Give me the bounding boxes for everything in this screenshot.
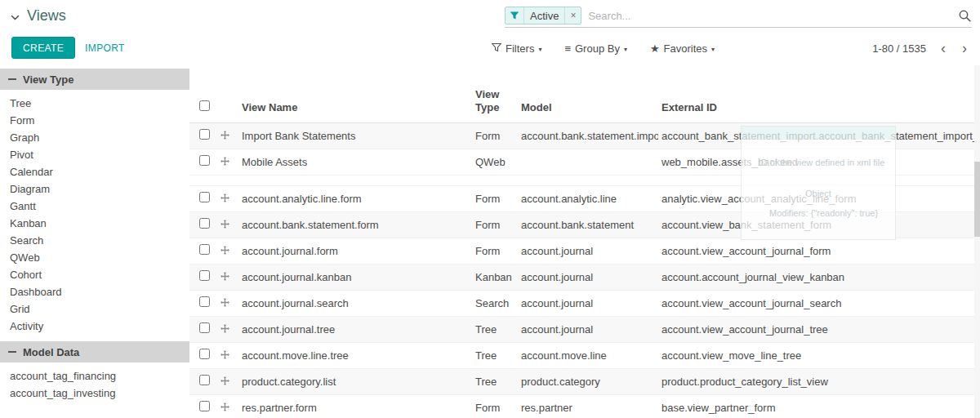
row-select-cell[interactable] (189, 291, 217, 317)
row-select-cell[interactable] (189, 265, 217, 291)
row-drag-cell[interactable] (217, 149, 238, 176)
row-select-cell[interactable] (189, 369, 217, 395)
row-checkbox[interactable] (199, 129, 210, 140)
row-checkbox[interactable] (199, 401, 210, 411)
drag-handle-icon[interactable] (220, 220, 229, 229)
vertical-scrollbar[interactable] (974, 65, 980, 418)
row-drag-cell[interactable] (217, 317, 238, 343)
table-row[interactable]: account.analytic.line.formFormaccount.an… (189, 186, 980, 212)
filters-dropdown[interactable]: Filters ▾ (492, 42, 541, 55)
search-bar[interactable]: Active × (505, 6, 972, 28)
table-row[interactable]: account.journal.searchSearchaccount.jour… (189, 291, 980, 317)
drag-handle-icon[interactable] (220, 193, 229, 202)
table-row[interactable]: product.category.listTreeproduct.categor… (189, 369, 980, 395)
row-select-cell[interactable] (189, 343, 217, 369)
row-checkbox[interactable] (199, 296, 210, 307)
row-select-cell[interactable] (189, 186, 217, 212)
sidebar-item[interactable]: Graph (0, 129, 189, 146)
sidebar-item[interactable]: Gantt (0, 198, 189, 215)
sidebar-item[interactable]: Dashboard (0, 283, 189, 300)
row-checkbox[interactable] (199, 218, 210, 229)
drag-handle-icon[interactable] (220, 272, 229, 281)
search-icon[interactable] (958, 9, 972, 23)
row-select-cell[interactable] (189, 395, 217, 418)
column-header-external-id[interactable]: External ID (658, 65, 980, 123)
pager-value[interactable]: 1-80 / 1535 (872, 42, 926, 55)
row-select-cell[interactable] (189, 123, 217, 149)
row-drag-cell[interactable] (217, 123, 238, 149)
row-checkbox[interactable] (199, 244, 210, 255)
column-header-view-type[interactable]: View Type (472, 65, 518, 123)
row-select-cell[interactable] (189, 212, 217, 238)
row-checkbox[interactable] (199, 322, 210, 333)
drag-handle-icon[interactable] (220, 402, 229, 411)
pager-next-button[interactable]: › (960, 41, 969, 56)
row-select-cell[interactable] (189, 149, 217, 176)
sidebar-item[interactable]: Diagram (0, 180, 189, 198)
sidebar-item[interactable]: account_tag_investing (0, 385, 189, 402)
table-row[interactable]: res.partner.formFormres.partnerbase.view… (189, 395, 980, 418)
table-row[interactable]: account.journal.kanbanKanbanaccount.jour… (189, 265, 980, 291)
drag-handle-icon[interactable] (220, 376, 229, 385)
page-title: Views (27, 7, 66, 24)
table-row[interactable]: account.journal.treeTreeaccount.journala… (189, 317, 980, 343)
sidebar-item[interactable]: Kanban (0, 215, 189, 232)
scrollbar-thumb[interactable] (974, 162, 980, 237)
row-drag-cell[interactable] (217, 265, 238, 291)
sidebar-item[interactable]: Form (0, 112, 189, 129)
row-external-id: product.product_category_list_view (658, 369, 980, 395)
row-drag-cell[interactable] (217, 343, 238, 369)
sidebar-item[interactable]: Activity (0, 318, 189, 335)
sidebar-section-header[interactable]: View Type (0, 69, 189, 90)
breadcrumb-toggle-icon[interactable] (10, 12, 20, 23)
table-row[interactable]: account.bank.statement.formFormaccount.b… (189, 212, 980, 238)
drag-handle-icon[interactable] (220, 246, 229, 255)
sidebar-item[interactable]: Pivot (0, 146, 189, 163)
group-by-dropdown[interactable]: ≡ Group By ▾ (564, 42, 627, 55)
facet-remove-icon[interactable]: × (564, 7, 581, 24)
sidebar-item[interactable]: account_tag_financing (0, 367, 189, 385)
sidebar-item[interactable]: Calendar (0, 163, 189, 180)
row-drag-cell[interactable] (217, 369, 238, 395)
row-drag-cell[interactable] (217, 212, 238, 238)
drag-handle-icon[interactable] (220, 350, 229, 359)
table-row[interactable]: Import Bank StatementsFormaccount.bank.s… (189, 123, 980, 149)
column-header-view-name[interactable]: View Name (238, 65, 472, 123)
row-drag-cell[interactable] (217, 291, 238, 317)
sidebar-item[interactable]: Search (0, 232, 189, 249)
row-checkbox[interactable] (199, 155, 210, 166)
filter-facet-icon (506, 7, 524, 24)
create-button[interactable]: CREATE (11, 37, 75, 59)
row-view-name: account.journal.search (238, 291, 472, 317)
select-all-checkbox[interactable] (199, 100, 210, 111)
row-select-cell[interactable] (189, 238, 217, 265)
drag-handle-icon[interactable] (220, 157, 229, 166)
row-checkbox[interactable] (199, 375, 210, 385)
drag-handle-icon[interactable] (220, 131, 229, 140)
sidebar-item[interactable]: Cohort (0, 266, 189, 283)
row-external-id: account.account_journal_view_kanban (658, 265, 980, 291)
row-model (518, 149, 658, 176)
row-drag-cell[interactable] (217, 395, 238, 418)
row-drag-cell[interactable] (217, 238, 238, 265)
row-select-cell[interactable] (189, 317, 217, 343)
pager-previous-button[interactable]: ‹ (939, 41, 947, 56)
row-checkbox[interactable] (199, 192, 210, 202)
table-row[interactable]: Mobile AssetsQWebweb_mobile.assets_backe… (189, 149, 980, 176)
row-drag-cell[interactable] (217, 186, 238, 212)
sidebar-item[interactable]: QWeb (0, 249, 189, 266)
import-button[interactable]: IMPORT (78, 37, 131, 59)
table-row[interactable]: account.move.line.treeTreeaccount.move.l… (189, 343, 980, 369)
row-checkbox[interactable] (199, 349, 210, 359)
search-input[interactable] (588, 10, 953, 22)
select-all-cell[interactable] (189, 65, 217, 123)
sidebar-item[interactable]: Grid (0, 300, 189, 318)
favorites-dropdown[interactable]: ★ Favorites ▾ (650, 42, 715, 55)
row-checkbox[interactable] (199, 270, 210, 281)
table-row[interactable]: account.journal.formFormaccount.journala… (189, 238, 980, 265)
drag-handle-icon[interactable] (220, 298, 229, 307)
sidebar-section-header[interactable]: Model Data (0, 341, 189, 362)
drag-handle-icon[interactable] (220, 324, 229, 333)
column-header-model[interactable]: Model (518, 65, 658, 123)
sidebar-item[interactable]: Tree (0, 95, 189, 112)
